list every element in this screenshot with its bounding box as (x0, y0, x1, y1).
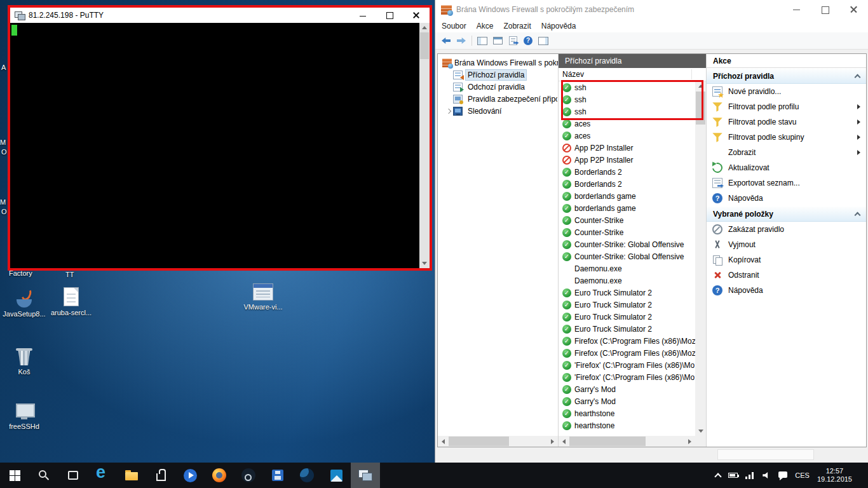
taskbar-icon-search[interactable] (29, 463, 58, 488)
rules-pane[interactable]: Příchozí pravidla Název sshsshsshacesace… (559, 54, 707, 447)
action-section-header[interactable]: Příchozí pravidla (707, 68, 866, 84)
actions-pane[interactable]: Akce Příchozí pravidlaNové pravidlo...Fi… (707, 54, 866, 447)
scroll-up-icon[interactable] (695, 81, 706, 91)
taskbar-icon-media[interactable] (175, 463, 205, 488)
collapse-icon[interactable] (855, 212, 861, 219)
language-indicator[interactable]: CES (795, 471, 810, 479)
tree-root[interactable]: Brána Windows Firewall s pokro (438, 57, 558, 69)
toolbar-back-button[interactable] (438, 34, 454, 48)
desktop[interactable]: JavaSetup8...aruba-sercl...VMware-vi...K… (0, 0, 868, 488)
scrollbar-thumb[interactable] (569, 437, 646, 446)
scroll-down-icon[interactable] (695, 426, 706, 436)
action-item[interactable]: Filtrovat podle skupiny (707, 130, 866, 145)
taskbar-icon-file-explorer[interactable] (117, 463, 146, 488)
toolbar-help-button[interactable] (520, 34, 536, 48)
taskbar-icon-steam[interactable] (234, 463, 263, 488)
rule-row[interactable]: Counter-Strike (559, 214, 695, 226)
action-item[interactable]: Filtrovat podle profilu (707, 99, 866, 114)
putty-titlebar[interactable]: 81.2.245.198 - PuTTY (10, 8, 430, 23)
scrollbar-thumb[interactable] (696, 92, 705, 125)
taskbar-icon-browser2[interactable] (292, 463, 322, 488)
action-item[interactable]: Zobrazit (707, 145, 866, 160)
action-item[interactable]: Nápověda (707, 191, 866, 206)
tree-horizontal-scrollbar[interactable] (438, 436, 558, 447)
menu-item-soubor[interactable]: Soubor (437, 22, 471, 30)
rule-row[interactable]: hearthstone (559, 419, 695, 431)
rule-row[interactable]: App P2P Installer (559, 142, 695, 154)
rule-row[interactable]: Borderlands 2 (559, 178, 695, 190)
taskbar-icon-edge[interactable] (88, 463, 117, 488)
rule-row[interactable]: ssh (559, 93, 695, 105)
desktop-icon-vmware[interactable]: VMware-vi... (239, 283, 287, 311)
scroll-right-icon[interactable] (547, 436, 558, 447)
taskbar-icon-task-view[interactable] (58, 463, 88, 488)
close-button[interactable] (839, 0, 868, 19)
scrollbar-thumb[interactable] (717, 449, 814, 460)
column-header-name[interactable]: Název (559, 68, 706, 81)
toolbar-table-button[interactable] (490, 34, 505, 48)
taskbar-icon-photos[interactable] (322, 463, 351, 488)
battery-icon[interactable] (728, 473, 738, 478)
rule-row[interactable]: Counter-Strike: Global Offensive (559, 238, 695, 250)
action-item[interactable]: Zakázat pravidlo (707, 222, 866, 237)
rule-row[interactable]: Euro Truck Simulator 2 (559, 299, 695, 311)
scroll-up-icon[interactable] (419, 23, 430, 32)
putty-window[interactable]: 81.2.245.198 - PuTTY (10, 8, 430, 268)
rule-row[interactable]: Euro Truck Simulator 2 (559, 287, 695, 299)
rule-row[interactable]: borderlands game (559, 202, 695, 214)
rule-row[interactable]: Garry's Mod (559, 383, 695, 395)
rule-row[interactable]: Daemonu.exe (559, 262, 695, 274)
collapse-icon[interactable] (855, 74, 861, 81)
action-item[interactable]: Vyjmout (707, 237, 866, 252)
chevron-up-icon[interactable] (715, 473, 722, 480)
scrollbar-thumb[interactable] (449, 437, 509, 446)
rule-row[interactable]: Garry's Mod (559, 395, 695, 407)
desktop-icon-recycle[interactable]: Koš (0, 346, 48, 376)
putty-scrollbar[interactable] (419, 23, 430, 268)
scrollbar-thumb[interactable] (420, 32, 429, 59)
chat-icon[interactable] (778, 471, 787, 478)
action-item[interactable]: Nápověda (707, 283, 866, 298)
desktop-icon-java[interactable]: JavaSetup8... (0, 287, 48, 318)
rule-row[interactable]: Daemonu.exe (559, 274, 695, 287)
taskbar-icon-floppy[interactable] (263, 463, 292, 488)
taskbar[interactable]: CES 12:57 19.12.2015 (0, 463, 868, 488)
taskbar-icon-start[interactable] (0, 463, 29, 488)
minimize-button[interactable] (349, 8, 376, 23)
wifi-icon[interactable] (745, 472, 755, 479)
rule-row[interactable]: Euro Truck Simulator 2 (559, 311, 695, 323)
firewall-window[interactable]: Brána Windows Firewall s pokročilým zabe… (435, 0, 868, 463)
rule-row[interactable]: aces (559, 118, 695, 130)
toolbar-export-list-button[interactable] (505, 34, 520, 48)
tree-item-1[interactable]: Příchozí pravidla (438, 69, 558, 81)
clock[interactable]: 12:57 19.12.2015 (817, 467, 852, 484)
desktop-icon-doc[interactable]: aruba-sercl... (47, 287, 95, 316)
action-item[interactable]: Aktualizovat (707, 160, 866, 175)
firewall-titlebar[interactable]: Brána Windows Firewall s pokročilým zabe… (435, 0, 868, 19)
rules-horizontal-scrollbar[interactable] (559, 436, 695, 447)
rules-vertical-scrollbar[interactable] (695, 81, 706, 436)
taskbar-icon-store[interactable] (146, 463, 175, 488)
rule-row[interactable]: borderlands game (559, 190, 695, 202)
close-button[interactable] (403, 8, 430, 23)
taskbar-icon-firefox[interactable] (205, 463, 234, 488)
desktop-icon-freesshd[interactable]: freeSSHd (0, 403, 48, 430)
toolbar-show-tree-button[interactable] (475, 34, 490, 48)
rule-row[interactable]: 'Firefox' (C:\Program Files (x86)\Mo (559, 359, 695, 371)
expander-icon[interactable] (445, 107, 452, 114)
volume-icon[interactable] (763, 471, 771, 479)
scroll-left-icon[interactable] (438, 436, 449, 447)
action-section-header[interactable]: Vybrané položky (707, 206, 866, 222)
rule-row[interactable]: App P2P Installer (559, 154, 695, 166)
taskbar-icon-putty[interactable] (351, 463, 380, 488)
rule-row[interactable]: Borderlands 2 (559, 166, 695, 178)
scroll-down-icon[interactable] (419, 259, 430, 268)
menu-item-nápověda[interactable]: Nápověda (536, 22, 581, 30)
scroll-left-icon[interactable] (559, 436, 569, 447)
menu-item-zobrazit[interactable]: Zobrazit (498, 22, 536, 30)
rule-row[interactable]: aces (559, 130, 695, 142)
scroll-right-icon[interactable] (684, 436, 695, 447)
rule-row[interactable]: Euro Truck Simulator 2 (559, 323, 695, 335)
rule-row[interactable]: 'Firefox' (C:\Program Files (x86)\Mo (559, 371, 695, 383)
action-item[interactable]: Exportovat seznam... (707, 175, 866, 191)
